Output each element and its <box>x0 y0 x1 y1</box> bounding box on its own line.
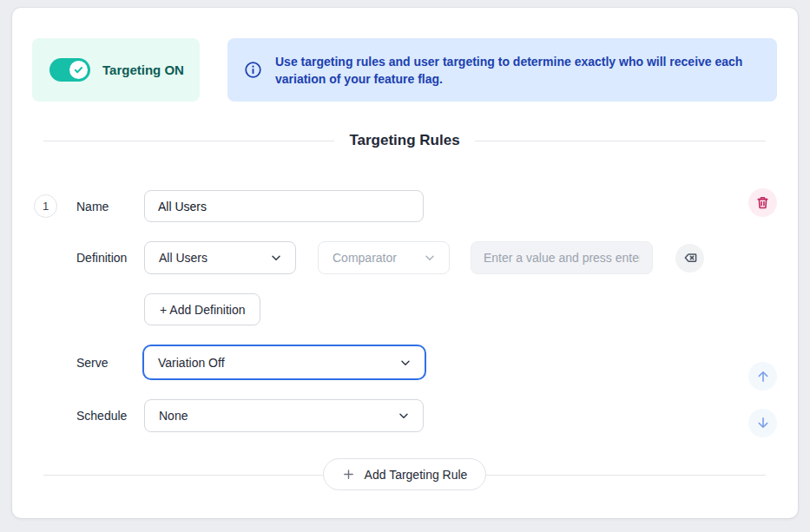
definition-value-input[interactable] <box>471 241 653 274</box>
targeting-toggle-panel: Targeting ON <box>32 38 200 102</box>
attribute-select[interactable]: All Users <box>144 241 296 274</box>
chevron-down-icon <box>397 409 411 423</box>
arrow-up-icon <box>755 369 771 384</box>
header-divider-left <box>43 141 334 141</box>
trash-icon <box>755 195 770 210</box>
top-row: Targeting ON Use targeting rules and use… <box>32 38 777 102</box>
move-rule-down-button[interactable] <box>748 409 777 437</box>
definition-label: Definition <box>76 251 144 265</box>
arrow-down-icon <box>755 415 771 430</box>
rule-schedule-row: Schedule None <box>32 399 777 432</box>
rule-definition-row: Definition All Users Comparator <box>32 241 777 274</box>
rule-number-badge: 1 <box>34 194 57 218</box>
targeting-card: Targeting ON Use targeting rules and use… <box>12 8 798 518</box>
add-targeting-rule-button[interactable]: Add Targeting Rule <box>323 458 487 490</box>
chevron-down-icon <box>398 356 412 370</box>
rule-number-column: 1 <box>32 194 76 218</box>
targeting-rule: 1 Name Definition All Users <box>32 190 777 432</box>
targeting-toggle[interactable] <box>49 58 90 82</box>
footer: Add Targeting Rule <box>32 458 777 490</box>
backspace-icon <box>682 250 698 266</box>
serve-label: Serve <box>76 356 144 370</box>
chevron-down-icon <box>423 251 437 265</box>
schedule-select[interactable]: None <box>144 399 424 432</box>
delete-rule-button[interactable] <box>748 188 777 217</box>
toggle-knob <box>69 61 88 79</box>
add-definition-button[interactable]: + Add Definition <box>144 293 260 325</box>
header-divider-right <box>475 141 766 141</box>
info-circle-icon <box>244 61 262 79</box>
info-banner: Use targeting rules and user targeting t… <box>227 38 777 102</box>
toggle-status-label: Targeting ON <box>102 62 184 77</box>
rule-name-input[interactable] <box>144 190 424 222</box>
serve-selected-value: Variation Off <box>158 356 225 370</box>
check-icon <box>73 64 84 76</box>
serve-select[interactable]: Variation Off <box>142 345 426 380</box>
schedule-label: Schedule <box>76 409 144 423</box>
comparator-select[interactable]: Comparator <box>318 241 450 274</box>
clear-value-button[interactable] <box>675 244 704 273</box>
move-rule-up-button[interactable] <box>748 362 777 391</box>
comparator-placeholder: Comparator <box>333 251 397 265</box>
section-title: Targeting Rules <box>349 132 459 149</box>
chevron-down-icon <box>269 251 283 265</box>
schedule-selected-value: None <box>159 409 188 423</box>
plus-icon <box>342 468 355 481</box>
info-banner-text: Use targeting rules and user targeting t… <box>275 53 756 88</box>
add-definition-row: + Add Definition <box>32 293 777 325</box>
rule-serve-row: Serve Variation Off <box>32 345 777 380</box>
rule-name-row: 1 Name <box>32 190 777 222</box>
section-header: Targeting Rules <box>43 132 766 149</box>
name-label: Name <box>76 200 144 213</box>
attribute-selected-value: All Users <box>159 251 207 265</box>
add-targeting-rule-label: Add Targeting Rule <box>365 468 468 482</box>
